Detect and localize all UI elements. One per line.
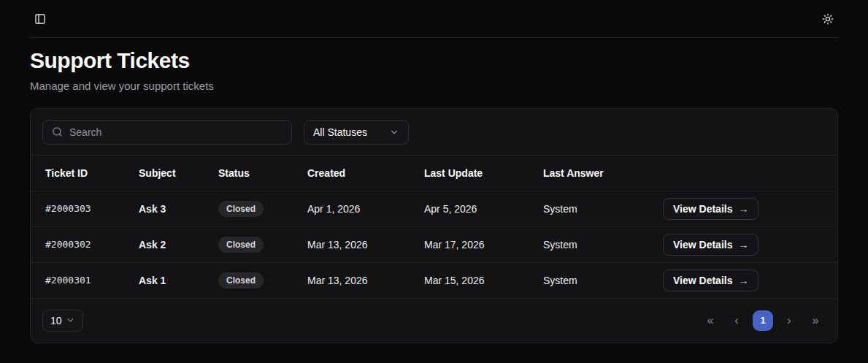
subject-cell: Ask 2 bbox=[124, 226, 204, 262]
ticket-id-cell: #2000301 bbox=[31, 262, 124, 298]
actions-cell: View Details → bbox=[648, 226, 837, 262]
created-cell: Mar 13, 2026 bbox=[293, 262, 410, 298]
tickets-toolbar: All Statuses bbox=[31, 109, 837, 156]
pagination: « ‹ 1 › » bbox=[700, 310, 826, 331]
column-header-created: Created bbox=[293, 156, 410, 191]
last-answer-cell: System bbox=[529, 191, 648, 226]
chevron-down-icon bbox=[66, 316, 75, 325]
search-input[interactable] bbox=[69, 126, 283, 138]
arrow-right-icon: → bbox=[738, 203, 748, 215]
theme-toggle-button[interactable] bbox=[819, 10, 837, 28]
table-row: #2000302 Ask 2 Closed Mar 13, 2026 Mar 1… bbox=[31, 226, 837, 262]
topbar bbox=[30, 0, 838, 38]
actions-cell: View Details → bbox=[648, 262, 837, 298]
status-badge: Closed bbox=[218, 272, 264, 289]
view-details-label: View Details bbox=[673, 203, 732, 215]
column-header-subject: Subject bbox=[124, 156, 204, 191]
last-page-button[interactable]: » bbox=[805, 310, 826, 331]
view-details-button[interactable]: View Details → bbox=[663, 198, 758, 220]
table-footer: 10 « ‹ 1 › » bbox=[31, 299, 837, 343]
tickets-card: All Statuses Ticket ID Subject Status bbox=[30, 108, 838, 343]
status-cell: Closed bbox=[204, 262, 293, 298]
subject-cell: Ask 1 bbox=[124, 262, 204, 298]
table-header-row: Ticket ID Subject Status Created Last Up… bbox=[31, 156, 837, 191]
table-row: #2000303 Ask 3 Closed Apr 1, 2026 Apr 5,… bbox=[31, 191, 837, 226]
chevron-right-icon: › bbox=[787, 314, 791, 327]
arrow-right-icon: → bbox=[738, 239, 748, 251]
ticket-id-cell: #2000302 bbox=[31, 226, 124, 262]
last-update-cell: Mar 15, 2026 bbox=[410, 262, 529, 298]
search-box bbox=[42, 120, 292, 145]
next-page-button[interactable]: › bbox=[779, 310, 799, 331]
column-header-last-answer: Last Answer bbox=[529, 156, 648, 191]
status-cell: Closed bbox=[204, 191, 293, 226]
page-size-value: 10 bbox=[50, 315, 62, 326]
status-badge: Closed bbox=[218, 237, 264, 253]
page-title: Support Tickets bbox=[30, 48, 838, 73]
actions-cell: View Details → bbox=[648, 191, 837, 226]
last-update-cell: Apr 5, 2026 bbox=[410, 191, 529, 226]
column-header-ticket-id: Ticket ID bbox=[31, 156, 124, 191]
last-answer-cell: System bbox=[529, 262, 648, 298]
prev-page-button[interactable]: ‹ bbox=[726, 310, 747, 331]
created-cell: Apr 1, 2026 bbox=[293, 191, 410, 226]
status-badge: Closed bbox=[218, 201, 264, 217]
subject-cell: Ask 3 bbox=[124, 191, 204, 226]
page-subtitle: Manage and view your support tickets bbox=[30, 80, 838, 92]
ticket-id-cell: #2000303 bbox=[31, 191, 124, 226]
table-row: #2000301 Ask 1 Closed Mar 13, 2026 Mar 1… bbox=[31, 262, 837, 298]
panel-left-icon bbox=[34, 13, 46, 25]
current-page-button[interactable]: 1 bbox=[753, 310, 773, 331]
created-cell: Mar 13, 2026 bbox=[293, 226, 410, 262]
column-header-last-update: Last Update bbox=[410, 156, 529, 191]
status-filter-value: All Statuses bbox=[313, 126, 367, 138]
view-details-button[interactable]: View Details → bbox=[663, 234, 758, 256]
column-header-actions bbox=[648, 156, 837, 191]
chevrons-right-icon: » bbox=[813, 314, 819, 327]
view-details-label: View Details bbox=[673, 275, 732, 286]
support-tickets-page: Support Tickets Manage and view your sup… bbox=[0, 0, 868, 343]
page-size-select[interactable]: 10 bbox=[42, 310, 83, 332]
chevron-left-icon: ‹ bbox=[734, 314, 738, 327]
first-page-button[interactable]: « bbox=[700, 310, 721, 331]
status-filter-select[interactable]: All Statuses bbox=[304, 120, 409, 145]
status-cell: Closed bbox=[204, 226, 293, 262]
chevrons-left-icon: « bbox=[707, 314, 714, 327]
column-header-status: Status bbox=[204, 156, 293, 191]
last-answer-cell: System bbox=[529, 226, 648, 262]
sun-icon bbox=[822, 13, 834, 25]
view-details-label: View Details bbox=[673, 239, 732, 251]
arrow-right-icon: → bbox=[738, 275, 748, 286]
search-icon bbox=[52, 126, 63, 137]
main-content: Support Tickets Manage and view your sup… bbox=[0, 38, 868, 343]
view-details-button[interactable]: View Details → bbox=[663, 270, 758, 291]
chevron-down-icon bbox=[389, 127, 399, 137]
last-update-cell: Mar 17, 2026 bbox=[410, 226, 529, 262]
tickets-table: Ticket ID Subject Status Created Last Up… bbox=[31, 156, 837, 299]
sidebar-toggle-button[interactable] bbox=[31, 10, 49, 28]
